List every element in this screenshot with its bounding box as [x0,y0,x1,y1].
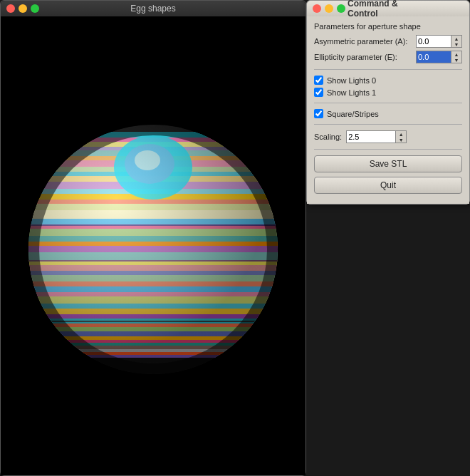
asymmetric-up[interactable]: ▲ [451,36,461,41]
egg-minimize-button[interactable] [19,4,27,13]
asymmetric-spinner[interactable]: ▲ ▼ [451,35,462,48]
asymmetric-down[interactable]: ▼ [451,41,461,47]
cc-close-button[interactable] [313,4,321,13]
egg-window-title: Egg shapes [130,4,175,14]
cc-window: Command & Control Parameters for apertur… [306,0,470,205]
scaling-down[interactable]: ▼ [396,137,406,143]
asymmetric-input[interactable] [416,35,451,48]
square-stripes-label: Square/Stripes [327,110,379,118]
divider-4 [314,149,462,150]
egg-traffic-lights [6,4,39,13]
ellipticity-input[interactable] [416,51,451,63]
cc-maximize-button[interactable] [337,4,345,13]
show-lights-1-checkbox[interactable] [314,88,323,97]
show-lights-1-label: Show Lights 1 [327,88,376,97]
ellipticity-down[interactable]: ▼ [451,57,461,63]
square-stripes-checkbox[interactable] [314,109,323,118]
egg-sphere [18,110,288,381]
asymmetric-label: Asymmetric parameter (A): [314,37,416,46]
quit-button[interactable]: Quit [314,177,462,194]
square-stripes-row: Square/Stripes [314,109,462,118]
ellipticity-label: Ellipticity parameter (E): [314,53,416,61]
cc-body: Parameters for aperture shape Asymmetric… [307,16,469,204]
scaling-input[interactable] [346,130,396,143]
egg-maximize-button[interactable] [31,4,39,13]
ellipticity-input-wrap: ▲ ▼ [416,51,462,63]
egg-window: Egg shapes [0,0,306,476]
egg-titlebar: Egg shapes [1,1,306,16]
scaling-row: Scaling: ▲ ▼ [314,130,462,143]
cc-window-title: Command & Control [348,0,429,19]
show-lights-0-row: Show Lights 0 [314,76,462,85]
save-stl-button[interactable]: Save STL [314,155,462,172]
show-lights-1-row: Show Lights 1 [314,88,462,97]
cc-traffic-lights [313,4,345,13]
scaling-up[interactable]: ▲ [396,131,406,137]
show-lights-0-label: Show Lights 0 [327,76,376,85]
asymmetric-param-row: Asymmetric parameter (A): ▲ ▼ [314,35,462,48]
scaling-spinner[interactable]: ▲ ▼ [395,130,407,143]
show-lights-0-checkbox[interactable] [314,76,323,85]
cc-section-title: Parameters for aperture shape [314,22,462,31]
ellipticity-spinner[interactable]: ▲ ▼ [451,51,462,63]
cc-minimize-button[interactable] [325,4,333,13]
scaling-label: Scaling: [314,133,342,141]
ellipticity-up[interactable]: ▲ [451,51,461,57]
egg-close-button[interactable] [6,4,15,13]
cc-titlebar: Command & Control [307,1,469,16]
divider-3 [314,124,462,125]
divider-1 [314,69,462,70]
ellipticity-param-row: Ellipticity parameter (E): ▲ ▼ [314,51,462,63]
asymmetric-input-wrap: ▲ ▼ [416,35,462,48]
egg-canvas [1,16,306,475]
divider-2 [314,103,462,103]
scaling-input-wrap: ▲ ▼ [346,130,407,143]
